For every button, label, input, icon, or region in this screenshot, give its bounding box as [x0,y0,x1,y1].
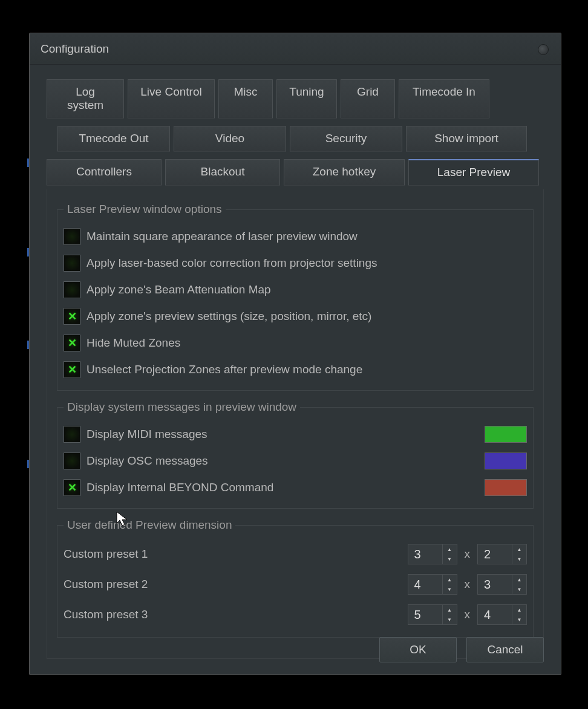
separator-x: x [465,608,471,621]
tab-misc[interactable]: Misc [218,79,273,119]
spinner-up-icon[interactable]: ▲ [443,605,457,615]
checkbox-label: Hide Muted Zones [87,336,527,350]
tab-log-system[interactable]: Log system [47,79,124,119]
preset-row: Custom preset 13▲▼x2▲▼ [64,539,527,569]
preset-label: Custom preset 1 [64,547,408,561]
spinner-up-icon[interactable]: ▲ [443,544,457,554]
preset-width-spinner[interactable]: 5▲▼ [408,604,457,625]
spinner-up-icon[interactable]: ▲ [512,575,526,584]
group-legend: User defined Preview dimension [64,518,235,532]
checkbox-row: Display Internal BEYOND Command [64,474,527,501]
preset-label: Custom preset 3 [64,608,408,621]
checkbox-label: Display Internal BEYOND Command [87,481,485,494]
color-swatch[interactable] [485,453,527,469]
tab-live-control[interactable]: Live Control [128,79,215,119]
checkbox[interactable] [64,281,80,298]
cancel-button[interactable]: Cancel [466,637,544,662]
spinner-value: 3 [478,578,491,592]
preset-width-spinner[interactable]: 4▲▼ [408,574,457,595]
preset-width-spinner[interactable]: 3▲▼ [408,544,457,564]
tab-zone-hotkey[interactable]: Zone hotkey [284,159,405,186]
checkbox-row: Unselect Projection Zones after preview … [64,356,527,383]
tab-tuning[interactable]: Tuning [276,79,337,119]
spinner-up-icon[interactable]: ▲ [443,575,457,584]
checkbox-row: Apply zone's Beam Attenuation Map [64,276,527,303]
checkbox-label: Display OSC messages [87,454,485,468]
group-preview-dimension: User defined Preview dimension Custom pr… [57,518,534,638]
checkbox-label: Apply zone's Beam Attenuation Map [87,283,527,296]
checkbox[interactable] [64,361,80,378]
preset-label: Custom preset 2 [64,578,408,591]
tab-blackout[interactable]: Blackout [165,159,280,186]
ok-button[interactable]: OK [379,637,457,662]
preset-height-spinner[interactable]: 4▲▼ [477,604,527,625]
spinner-value: 4 [478,608,491,622]
preset-row: Custom preset 24▲▼x3▲▼ [64,569,527,600]
checkbox-row: Apply zone's preview settings (size, pos… [64,303,527,330]
tab-show-import[interactable]: Show import [406,126,527,152]
tab-panel: Laser Preview window options Maintain sq… [47,189,544,659]
checkbox-row: Apply laser-based color correction from … [64,250,527,276]
tab-laser-preview[interactable]: Laser Preview [408,159,539,186]
checkbox[interactable] [64,255,80,272]
spinner-down-icon[interactable]: ▼ [512,554,526,564]
checkbox-row: Display MIDI messages [64,421,527,448]
preset-height-spinner[interactable]: 2▲▼ [477,544,527,564]
titlebar-indicator-icon [538,44,549,55]
spinner-down-icon[interactable]: ▼ [443,554,457,564]
checkbox[interactable] [64,308,80,325]
group-display-messages: Display system messages in preview windo… [57,400,534,509]
dialog-footer: OK Cancel [379,637,544,662]
checkbox-row: Maintain square appearance of laser prev… [64,223,527,250]
spinner-up-icon[interactable]: ▲ [512,605,526,615]
tab-timecode-in[interactable]: Timecode In [399,79,489,119]
checkbox-row: Hide Muted Zones [64,330,527,356]
group-legend: Laser Preview window options [64,203,226,216]
group-legend: Display system messages in preview windo… [64,400,300,414]
spinner-up-icon[interactable]: ▲ [512,544,526,554]
checkbox[interactable] [64,479,80,496]
spinner-value: 3 [408,547,421,561]
checkbox[interactable] [64,453,80,469]
checkbox-label: Display MIDI messages [87,428,485,441]
tab-controllers[interactable]: Controllers [47,159,162,186]
separator-x: x [465,578,471,591]
checkbox-label: Apply zone's preview settings (size, pos… [87,310,527,323]
tab-video[interactable]: Video [174,126,286,152]
group-laser-preview-options: Laser Preview window options Maintain sq… [57,203,534,391]
tab-security[interactable]: Security [290,126,402,152]
spinner-value: 2 [478,547,491,561]
window-title: Configuration [41,42,109,56]
checkbox-label: Unselect Projection Zones after preview … [87,363,527,376]
checkbox-label: Maintain square appearance of laser prev… [87,230,527,243]
tab-grid[interactable]: Grid [341,79,395,119]
titlebar: Configuration [30,33,561,65]
color-swatch[interactable] [485,426,527,443]
preset-height-spinner[interactable]: 3▲▼ [477,574,527,595]
checkbox[interactable] [64,426,80,443]
spinner-down-icon[interactable]: ▼ [443,584,457,594]
spinner-down-icon[interactable]: ▼ [512,615,526,624]
spinner-down-icon[interactable]: ▼ [512,584,526,594]
tab-timecode-out[interactable]: Tmecode Out [57,126,170,152]
color-swatch[interactable] [485,479,527,496]
configuration-window: Configuration Log system Live Control Mi… [29,33,561,675]
spinner-value: 4 [408,578,421,592]
tab-bar: Log system Live Control Misc Tuning Grid… [47,79,544,189]
checkbox-row: Display OSC messages [64,448,527,474]
checkbox[interactable] [64,228,80,245]
separator-x: x [465,547,471,561]
preset-row: Custom preset 35▲▼x4▲▼ [64,600,527,630]
spinner-value: 5 [408,608,421,622]
checkbox-label: Apply laser-based color correction from … [87,256,527,270]
spinner-down-icon[interactable]: ▼ [443,615,457,624]
checkbox[interactable] [64,335,80,351]
